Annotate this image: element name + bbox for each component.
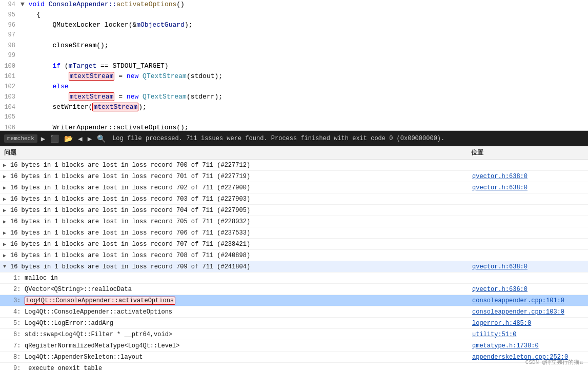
stack-num-1: 1:	[13, 275, 25, 282]
issue-row-10[interactable]: ▼ 16 bytes in 1 blocks are lost in loss …	[0, 261, 588, 272]
issue-row-3[interactable]: ▶ 16 bytes in 1 blocks are lost in loss …	[0, 182, 588, 193]
stack-text-5: Log4Qt::LogError::addArg	[25, 320, 472, 327]
stack-row-4[interactable]: 4: Log4Qt::ConsoleAppender::activateOpti…	[0, 306, 588, 318]
issue-text-4: 16 bytes in 1 blocks are lost in loss re…	[10, 196, 472, 203]
issue-text-10: 16 bytes in 1 blocks are lost in loss re…	[10, 263, 472, 270]
stack-text-2: QVector<QString>::reallocData	[25, 286, 472, 293]
stack-location-7[interactable]: qmetatype.h:1738:0	[472, 342, 585, 349]
stack-num-2: 2:	[13, 286, 25, 293]
toolbar: memcheck ▶ ⬛ 📂 ◀ ▶ 🔍 Log file processed.…	[0, 131, 588, 146]
toolbar-run-icon[interactable]: ▶	[39, 133, 47, 144]
issue-text-7: 16 bytes in 1 blocks are lost in loss re…	[10, 229, 472, 237]
issue-arrow-7: ▶	[3, 230, 10, 236]
issue-location-10[interactable]: qvector.h:638:0	[472, 263, 585, 270]
stack-row-8[interactable]: 8: Log4Qt::AppenderSkeleton::layout appe…	[0, 352, 588, 363]
stack-location-6[interactable]: utility:51:0	[472, 331, 585, 338]
stack-location-5[interactable]: logerror.h:485:0	[472, 320, 585, 327]
issue-text-2: 16 bytes in 1 blocks are lost in loss re…	[10, 173, 472, 180]
stack-num-9: 9:	[13, 365, 25, 371]
issue-arrow-9: ▶	[3, 252, 10, 259]
header-issue-col: 问题	[4, 148, 471, 157]
code-line-106: 106 WriterAppender::activateOptions();	[0, 123, 588, 131]
stack-row-9[interactable]: 9: _execute_onexit_table	[0, 363, 588, 370]
stack-text-3: Log4Qt::ConsoleAppender::activateOptions	[25, 297, 472, 304]
toolbar-prev-icon[interactable]: ◀	[76, 133, 84, 144]
toolbar-filter-icon[interactable]: 🔍	[95, 133, 107, 144]
stack-row-5[interactable]: 5: Log4Qt::LogError::addArg logerror.h:4…	[0, 318, 588, 329]
issues-header: 问题 位置	[0, 146, 588, 160]
code-line-97: 97	[0, 31, 588, 41]
code-line-100: 100 if (mTarget == STDOUT_TARGET)	[0, 62, 588, 72]
issue-arrow-2: ▶	[3, 173, 10, 180]
issue-row-9[interactable]: ▶ 16 bytes in 1 blocks are lost in loss …	[0, 250, 588, 261]
stack-num-6: 6:	[13, 331, 25, 338]
stack-location-4[interactable]: consoleappender.cpp:103:0	[472, 308, 585, 316]
toolbar-stop-icon[interactable]: ⬛	[49, 133, 60, 144]
toolbar-message: Log file processed. 711 issues were foun…	[112, 135, 584, 142]
issue-row-7[interactable]: ▶ 16 bytes in 1 blocks are lost in loss …	[0, 227, 588, 239]
issue-arrow-4: ▶	[3, 196, 10, 202]
issue-arrow-5: ▶	[3, 207, 10, 213]
code-editor: 94 ▼ void ConsoleAppender::activateOptio…	[0, 0, 588, 131]
code-line-96: 96 QMutexLocker locker(&mObjectGuard);	[0, 21, 588, 31]
stack-num-8: 8:	[13, 354, 25, 361]
code-line-103: 103 mtextStream = new QTextStream(stderr…	[0, 92, 588, 103]
stack-text-1: malloc in	[25, 275, 472, 282]
issue-row-2[interactable]: ▶ 16 bytes in 1 blocks are lost in loss …	[0, 171, 588, 182]
stack-row-7[interactable]: 7: qRegisterNormalizedMetaType<Log4Qt::L…	[0, 340, 588, 352]
code-line-101: 101 mtextStream = new QTextStream(stdout…	[0, 72, 588, 82]
issue-location-3[interactable]: qvector.h:638:0	[472, 184, 585, 191]
stack-num-4: 4:	[13, 308, 25, 316]
code-line-105: 105	[0, 113, 588, 123]
stack-row-3[interactable]: 3: Log4Qt::ConsoleAppender::activateOpti…	[0, 295, 588, 306]
issue-text-9: 16 bytes in 1 blocks are lost in loss re…	[10, 252, 472, 259]
code-line-94: 94 ▼ void ConsoleAppender::activateOptio…	[0, 0, 588, 10]
issue-text-3: 16 bytes in 1 blocks are lost in loss re…	[10, 184, 472, 191]
toolbar-next-icon[interactable]: ▶	[86, 133, 93, 144]
issue-text-6: 16 bytes in 1 blocks are lost in loss re…	[10, 218, 472, 225]
issue-row-1[interactable]: ▶ 16 bytes in 1 blocks are lost in loss …	[0, 160, 588, 171]
issue-text-5: 16 bytes in 1 blocks are lost in loss re…	[10, 207, 472, 214]
code-line-95: 95 {	[0, 10, 588, 21]
issue-arrow-1: ▶	[3, 162, 10, 168]
issue-location-2[interactable]: qvector.h:638:0	[472, 173, 585, 180]
stack-row-1[interactable]: 1: malloc in	[0, 272, 588, 284]
memcheck-label[interactable]: memcheck	[4, 134, 37, 143]
code-line-104: 104 setWriter(mtextStream);	[0, 103, 588, 113]
stack-num-3: 3:	[13, 297, 25, 304]
issue-row-5[interactable]: ▶ 16 bytes in 1 blocks are lost in loss …	[0, 205, 588, 216]
code-line-99: 99	[0, 51, 588, 62]
toolbar-open-icon[interactable]: 📂	[63, 133, 74, 144]
stack-location-8[interactable]: appenderskeleton.cpp:252:0	[472, 354, 585, 361]
stack-row-2[interactable]: 2: QVector<QString>::reallocData qvector…	[0, 284, 588, 295]
code-line-98: 98 closeStream();	[0, 41, 588, 51]
stack-text-6: std::swap<Log4Qt::Filter * __ptr64,void>	[25, 331, 472, 338]
issues-panel[interactable]: 问题 位置 ▶ 16 bytes in 1 blocks are lost in…	[0, 146, 588, 370]
issue-arrow-8: ▶	[3, 241, 10, 247]
issue-row-6[interactable]: ▶ 16 bytes in 1 blocks are lost in loss …	[0, 216, 588, 227]
issue-arrow-10: ▼	[3, 264, 10, 269]
issue-arrow-6: ▶	[3, 219, 10, 225]
code-line-102: 102 else	[0, 82, 588, 92]
stack-text-9: _execute_onexit_table	[25, 365, 472, 371]
stack-num-7: 7:	[13, 342, 25, 349]
issue-row-8[interactable]: ▶ 16 bytes in 1 blocks are lost in loss …	[0, 239, 588, 250]
issue-text-8: 16 bytes in 1 blocks are lost in loss re…	[10, 241, 472, 248]
issue-arrow-3: ▶	[3, 185, 10, 191]
stack-text-8: Log4Qt::AppenderSkeleton::layout	[25, 354, 472, 361]
stack-location-3[interactable]: consoleappender.cpp:101:0	[472, 297, 585, 304]
stack-row-6[interactable]: 6: std::swap<Log4Qt::Filter * __ptr64,vo…	[0, 329, 588, 340]
stack-num-5: 5:	[13, 320, 25, 327]
issue-text-1: 16 bytes in 1 blocks are lost in loss re…	[10, 162, 472, 169]
stack-location-2[interactable]: qvector.h:636:0	[472, 286, 585, 293]
issue-row-4[interactable]: ▶ 16 bytes in 1 blocks are lost in loss …	[0, 193, 588, 205]
stack-text-4: Log4Qt::ConsoleAppender::activateOptions	[25, 308, 472, 316]
header-location-col: 位置	[471, 148, 584, 157]
stack-text-7: qRegisterNormalizedMetaType<Log4Qt::Leve…	[25, 342, 472, 349]
